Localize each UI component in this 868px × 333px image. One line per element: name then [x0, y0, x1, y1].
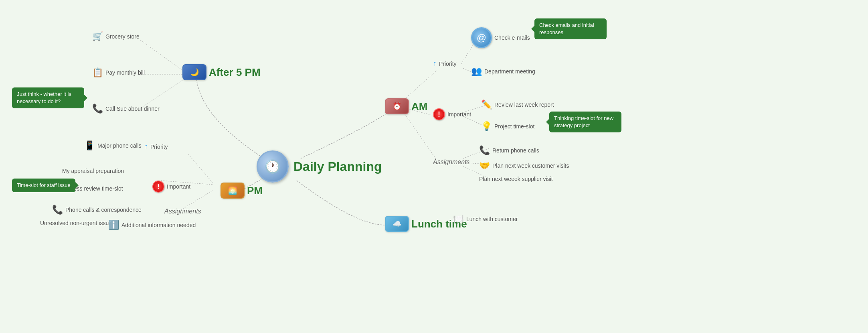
- grocery-label: Grocery store: [105, 33, 140, 40]
- handshake-icon: 🤝: [479, 160, 490, 171]
- unresolved-label: Unresolved non-urgent issues: [40, 220, 115, 226]
- pm-important-label: Important: [167, 183, 190, 190]
- supplier-visit-label: Plan next weeek supplier visit: [479, 176, 553, 182]
- at-icon: @: [471, 27, 492, 48]
- appraisal-item: My appraisal preparation: [62, 168, 124, 174]
- am-assignments: Assignments: [433, 158, 470, 166]
- bill-label: Pay monthly bill: [105, 69, 145, 76]
- check-email-label: Check e-mails: [494, 35, 530, 41]
- clock-icon: 🕐: [257, 150, 289, 183]
- timeslot-callout: Time-slot for staff issue: [12, 179, 75, 192]
- am-priority-arrow: ↑: [433, 59, 437, 68]
- pm-label: PM: [247, 185, 263, 197]
- svg-line-6: [401, 70, 437, 102]
- major-calls-item: 📱 Major phone calls: [84, 140, 142, 151]
- major-calls-label: Major phone calls: [97, 142, 142, 149]
- am-branch: ⏰ AM: [385, 98, 427, 114]
- meeting-icon: 👥: [471, 66, 482, 77]
- am-priority-label: Priority: [439, 61, 457, 67]
- review-report-item: ✏️ Review last week report: [481, 99, 554, 110]
- pm-priority-label: Priority: [150, 144, 168, 150]
- phone-correspond-label: Phone calls & correspondence: [65, 207, 142, 213]
- supplier-visit-item: Plan next weeek supplier visit: [479, 176, 553, 182]
- project-timeslot-item: 💡 Project time-slot: [481, 121, 534, 132]
- am-important-label: Important: [447, 111, 471, 118]
- after5pm-icon: 🌙: [182, 64, 206, 80]
- thinking-callout: Thinking time-slot for new strategy proj…: [549, 112, 621, 132]
- review-report-label: Review last week report: [494, 102, 554, 108]
- svg-line-0: [140, 40, 182, 70]
- pm-priority: ↑ Priority: [144, 142, 168, 151]
- after5pm-branch: 🌙 After 5 PM: [182, 64, 261, 80]
- return-calls-label: Return phone calls: [492, 147, 539, 154]
- check-email-callout: Check emails and initial responses: [534, 18, 607, 39]
- am-important: ! Important: [433, 108, 471, 120]
- info-icon: ℹ️: [108, 220, 119, 230]
- after5pm-label: After 5 PM: [209, 66, 261, 79]
- call-sue-label: Call Sue about dinner: [105, 106, 160, 112]
- pm-important: ! Important: [152, 181, 190, 193]
- pm-assignments-label: Assignments: [164, 208, 201, 215]
- lunch-icon: ☁️: [385, 216, 409, 232]
- phone3-icon: 📞: [52, 205, 63, 215]
- central-node: 🕐 Daily Planning: [257, 150, 382, 183]
- lunch-customer-label: Lunch with customer: [466, 216, 518, 222]
- food-icon: 🍽️: [453, 214, 464, 224]
- am-label: AM: [411, 100, 427, 113]
- additional-info-item: ℹ️ Additional information needed: [108, 220, 196, 230]
- phone-icon: 📞: [92, 104, 103, 114]
- unresolved-item: Unresolved non-urgent issues: [40, 220, 115, 226]
- priority-arrow: ↑: [144, 142, 148, 151]
- grocery-item: 🛒 Grocery store: [92, 31, 140, 42]
- am-priority: ↑ Priority: [433, 59, 457, 68]
- am-icon: ⏰: [385, 98, 409, 114]
- return-calls-item: 📞 Return phone calls: [479, 145, 539, 156]
- central-title: Daily Planning: [293, 159, 382, 174]
- exclaim-icon: !: [152, 181, 164, 193]
- customer-visits-label: Plan next week customer visits: [492, 162, 569, 169]
- dept-meeting-item: 👥 Department meeting: [471, 66, 535, 77]
- monthly-bill-item: 📋 Pay monthly bill: [92, 67, 145, 78]
- appraisal-label: My appraisal preparation: [62, 168, 124, 174]
- customer-visits-item: 🤝 Plan next week customer visits: [479, 160, 569, 171]
- svg-line-3: [188, 154, 212, 183]
- just-think-callout: Just think - whether it is necessary to …: [12, 87, 84, 108]
- am-exclaim-icon: !: [433, 108, 445, 120]
- svg-line-8: [405, 114, 437, 160]
- return-phone-icon: 📞: [479, 145, 490, 156]
- call-sue-item: 📞 Call Sue about dinner: [92, 104, 160, 114]
- phone-correspond-item: 📞 Phone calls & correspondence: [52, 205, 142, 215]
- pm-assignments: Assignments: [164, 208, 201, 215]
- check-email-item: @ Check e-mails: [471, 27, 530, 48]
- pm-icon: 🌅: [221, 183, 245, 199]
- pencil-icon: ✏️: [481, 99, 492, 110]
- project-timeslot-label: Project time-slot: [494, 123, 534, 130]
- additional-info-label: Additional information needed: [121, 222, 196, 228]
- dept-meeting-label: Department meeting: [484, 68, 535, 75]
- phone2-icon: 📱: [84, 140, 95, 151]
- lunch-customer-item: 🍽️ Lunch with customer: [453, 214, 518, 224]
- bulb-icon: 💡: [481, 121, 492, 132]
- grocery-icon: 🛒: [92, 31, 103, 42]
- pm-branch: 🌅 PM: [221, 183, 263, 199]
- bill-icon: 📋: [92, 67, 103, 78]
- am-assignments-label: Assignments: [433, 158, 470, 166]
